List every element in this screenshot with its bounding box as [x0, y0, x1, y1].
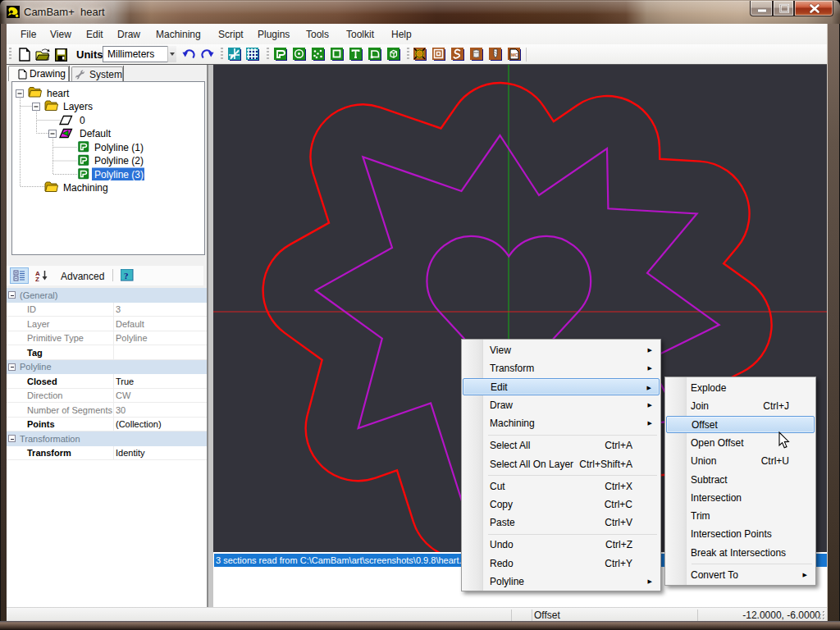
- svg-text:Polyline (2): Polyline (2): [94, 155, 144, 167]
- svg-text:Polyline (1): Polyline (1): [94, 142, 144, 153]
- svg-text:Default: Default: [80, 128, 112, 139]
- svg-text:heart: heart: [47, 88, 70, 99]
- svg-text:0: 0: [80, 115, 85, 126]
- svg-text:Polyline (3): Polyline (3): [94, 169, 144, 180]
- svg-text:Machining: Machining: [63, 182, 108, 194]
- svg-text:MC: MC: [511, 52, 518, 57]
- svg-text:Z: Z: [35, 276, 39, 281]
- svg-text:Layers: Layers: [63, 101, 93, 112]
- svg-text:?: ?: [124, 271, 129, 281]
